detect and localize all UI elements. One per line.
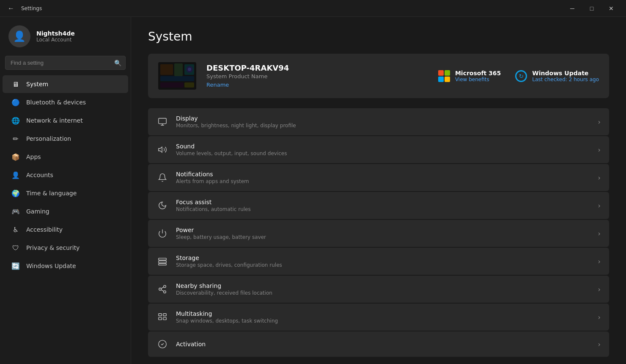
sidebar-item-bluetooth[interactable]: 🔵 Bluetooth & devices bbox=[3, 93, 128, 111]
service-ms365-info: Microsoft 365 View benefits bbox=[455, 70, 501, 82]
svg-rect-21 bbox=[163, 314, 166, 316]
user-profile[interactable]: 👤 Nightsh4de Local Account bbox=[0, 17, 131, 54]
maximize-button[interactable]: □ bbox=[582, 2, 601, 15]
notifications-icon bbox=[156, 172, 168, 183]
svg-line-19 bbox=[161, 287, 164, 289]
rename-link[interactable]: Rename bbox=[206, 82, 229, 88]
power-text: Power Sleep, battery usage, battery save… bbox=[176, 227, 590, 240]
storage-chevron: › bbox=[598, 257, 601, 265]
nav-icon-bluetooth: 🔵 bbox=[11, 98, 20, 107]
windows-update-icon: ↻ bbox=[514, 69, 528, 83]
display-desc: Monitors, brightness, night light, displ… bbox=[176, 123, 590, 129]
service-ms365[interactable]: Microsoft 365 View benefits bbox=[437, 69, 501, 83]
svg-rect-2 bbox=[174, 63, 183, 76]
close-button[interactable]: ✕ bbox=[601, 2, 621, 15]
settings-item-notifications[interactable]: Notifications Alerts from apps and syste… bbox=[148, 164, 609, 191]
nav-label-apps: Apps bbox=[26, 153, 121, 160]
sidebar-item-apps[interactable]: 📦 Apps bbox=[3, 148, 128, 166]
search-icon: 🔍 bbox=[114, 60, 121, 66]
sidebar-nav: 🖥 System 🔵 Bluetooth & devices 🌐 Network… bbox=[0, 75, 131, 275]
nearby-sharing-desc: Discoverability, received files location bbox=[176, 290, 590, 296]
svg-rect-4 bbox=[160, 82, 184, 88]
sidebar: 👤 Nightsh4de Local Account 🔍 🖥 System 🔵 … bbox=[0, 17, 131, 364]
sidebar-item-network[interactable]: 🌐 Network & internet bbox=[3, 112, 128, 129]
sound-icon bbox=[156, 144, 168, 156]
search-box[interactable]: 🔍 bbox=[5, 56, 126, 70]
search-input[interactable] bbox=[5, 56, 126, 70]
back-button[interactable]: ← bbox=[5, 3, 17, 14]
svg-rect-13 bbox=[159, 261, 166, 263]
settings-item-multitasking[interactable]: Multitasking Snap windows, desktops, tas… bbox=[148, 304, 609, 331]
settings-item-focus-assist[interactable]: Focus assist Notifications, automatic ru… bbox=[148, 192, 609, 219]
sound-chevron: › bbox=[598, 146, 601, 154]
sidebar-item-accounts[interactable]: 👤 Accounts bbox=[3, 166, 128, 184]
focus-assist-chevron: › bbox=[598, 202, 601, 210]
device-info: DESKTOP-4RAKV94 System Product Name Rena… bbox=[206, 63, 427, 88]
settings-item-storage[interactable]: Storage Storage space, drives, configura… bbox=[148, 248, 609, 275]
settings-item-power[interactable]: Power Sleep, battery usage, battery save… bbox=[148, 220, 609, 247]
ms365-icon bbox=[437, 69, 451, 83]
activation-text: Activation bbox=[176, 341, 590, 348]
svg-marker-10 bbox=[159, 147, 162, 153]
svg-line-18 bbox=[161, 290, 164, 291]
nav-icon-accounts: 👤 bbox=[11, 170, 20, 180]
service-wu-sub: Last checked: 2 hours ago bbox=[532, 77, 599, 82]
focus-assist-text: Focus assist Notifications, automatic ru… bbox=[176, 199, 590, 212]
settings-item-activation[interactable]: Activation › bbox=[148, 331, 609, 357]
username: Nightsh4de bbox=[36, 30, 75, 37]
nav-label-time: Time & language bbox=[26, 190, 121, 197]
sound-title: Sound bbox=[176, 143, 590, 150]
service-windows-update[interactable]: ↻ Windows Update Last checked: 2 hours a… bbox=[514, 69, 599, 83]
service-ms365-sub: View benefits bbox=[455, 77, 501, 82]
settings-item-sound[interactable]: Sound Volume levels, output, input, soun… bbox=[148, 136, 609, 163]
titlebar-controls: ─ □ ✕ bbox=[563, 2, 621, 15]
activation-chevron: › bbox=[598, 340, 601, 348]
sound-desc: Volume levels, output, input, sound devi… bbox=[176, 151, 590, 156]
display-chevron: › bbox=[598, 118, 601, 126]
sidebar-item-personalization[interactable]: ✏️ Personalization bbox=[3, 130, 128, 148]
nav-label-system: System bbox=[26, 81, 121, 88]
activation-icon bbox=[156, 338, 168, 350]
storage-desc: Storage space, drives, configuration rul… bbox=[176, 262, 590, 268]
settings-item-nearby-sharing[interactable]: Nearby sharing Discoverability, received… bbox=[148, 276, 609, 303]
sidebar-item-windows-update[interactable]: 🔄 Windows Update bbox=[3, 257, 128, 275]
nav-icon-time: 🌍 bbox=[11, 189, 20, 198]
user-info: Nightsh4de Local Account bbox=[36, 30, 75, 43]
titlebar: ← Settings ─ □ ✕ bbox=[0, 0, 626, 17]
nearby-sharing-title: Nearby sharing bbox=[176, 282, 590, 289]
sidebar-item-time[interactable]: 🌍 Time & language bbox=[3, 184, 128, 202]
storage-icon bbox=[156, 255, 168, 267]
sidebar-item-system[interactable]: 🖥 System bbox=[3, 75, 128, 93]
minimize-button[interactable]: ─ bbox=[563, 2, 582, 15]
power-chevron: › bbox=[598, 230, 601, 238]
svg-point-8 bbox=[188, 68, 191, 71]
nearby-sharing-chevron: › bbox=[598, 285, 601, 293]
svg-rect-9 bbox=[159, 118, 166, 124]
notifications-chevron: › bbox=[598, 174, 601, 182]
device-card: DESKTOP-4RAKV94 System Product Name Rena… bbox=[148, 54, 609, 98]
sidebar-item-accessibility[interactable]: ♿ Accessibility bbox=[3, 221, 128, 238]
avatar: 👤 bbox=[8, 25, 30, 47]
svg-point-17 bbox=[164, 291, 166, 293]
device-image bbox=[158, 62, 196, 90]
nav-label-personalization: Personalization bbox=[26, 135, 121, 142]
svg-rect-22 bbox=[159, 317, 162, 320]
svg-point-15 bbox=[164, 285, 166, 288]
multitasking-title: Multitasking bbox=[176, 310, 590, 317]
nav-icon-accessibility: ♿ bbox=[11, 225, 20, 234]
focus-assist-title: Focus assist bbox=[176, 199, 590, 205]
power-icon bbox=[156, 227, 168, 239]
multitasking-desc: Snap windows, desktops, task switching bbox=[176, 318, 590, 324]
focus-assist-icon bbox=[156, 200, 168, 211]
sidebar-item-privacy[interactable]: 🛡 Privacy & security bbox=[3, 239, 128, 257]
svg-point-16 bbox=[159, 288, 162, 290]
settings-item-display[interactable]: Display Monitors, brightness, night ligh… bbox=[148, 108, 609, 135]
svg-rect-1 bbox=[160, 64, 173, 75]
storage-title: Storage bbox=[176, 255, 590, 261]
device-name: DESKTOP-4RAKV94 bbox=[206, 63, 427, 72]
svg-rect-12 bbox=[159, 258, 166, 260]
svg-rect-23 bbox=[163, 317, 166, 320]
sidebar-item-gaming[interactable]: 🎮 Gaming bbox=[3, 203, 128, 220]
notifications-text: Notifications Alerts from apps and syste… bbox=[176, 171, 590, 184]
notifications-title: Notifications bbox=[176, 171, 590, 178]
